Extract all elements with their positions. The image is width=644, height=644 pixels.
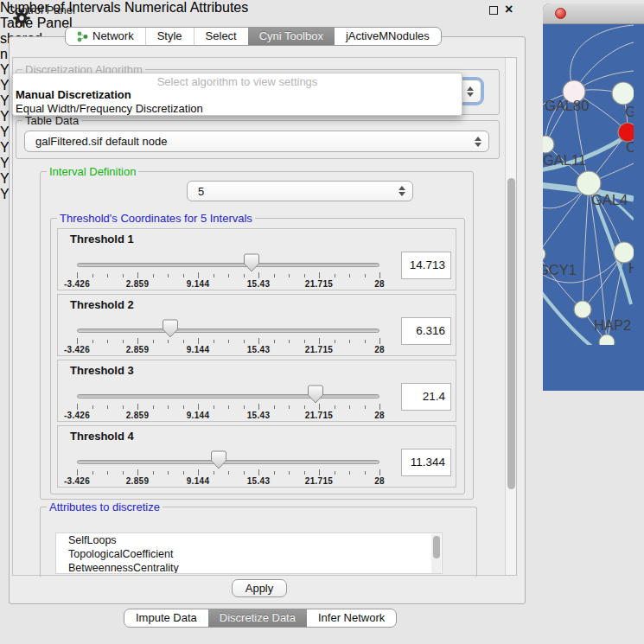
threshold-value-field[interactable]: 14.713 [401,252,451,279]
tick-mark [258,404,259,410]
attributes-group-title: Attributes to discretize [47,501,163,513]
node-hap2[interactable] [574,301,591,318]
slider-scale-label: 2.859 [126,345,150,354]
tick-mark [258,469,259,475]
tick-mark [92,471,93,475]
attribute-list-item[interactable]: TopologicalCoefficient [56,547,442,561]
threshold-value-field[interactable]: 6.316 [401,317,451,345]
tick-mark [244,274,245,277]
tick-mark [92,274,93,277]
tick-mark [168,405,169,409]
tab-label: Style [157,28,182,45]
tick-mark [168,274,169,277]
node-partial-top-right[interactable] [612,82,634,105]
threshold-panel: Threshold 3 -3.4262.8599.14415.4321.7152… [57,360,456,422]
table-data-value: galFiltered.sif default node [35,131,167,151]
tick-mark [153,274,154,277]
tick-mark [365,405,366,409]
tick-mark [123,471,124,475]
tick-mark [289,405,290,409]
algorithm-option-equal-width[interactable]: Equal Width/Frequency Discretization [13,102,462,116]
label-partial-h: H [628,260,634,276]
minimize-traffic-light-icon[interactable] [571,8,582,19]
label-hap2: HAP2 [594,317,631,333]
tick-mark [137,404,138,410]
tab-label: Network [92,28,134,45]
tab-jactivemnodules[interactable]: jActiveMNodules [335,28,441,45]
network-canvas[interactable]: GAL80 GA C GAL11 GAL4 GCY1 H HAP2 [543,3,644,348]
algorithm-option-manual[interactable]: Manual Discretization [13,88,462,102]
threshold-value-field[interactable]: 11.344 [401,449,451,476]
tick-mark [319,404,320,410]
tab-label: Discretize Data [220,609,296,627]
tick-mark [335,405,335,409]
tick-mark [123,340,124,343]
slider-scale-label: 2.859 [126,279,150,289]
float-panel-icon[interactable] [489,6,498,15]
table-data-combobox[interactable]: galFiltered.sif default node [24,131,489,152]
node-partial-bottom[interactable] [599,335,615,345]
label-gal4: GAL4 [591,192,628,207]
threshold-label: Threshold 4 [70,430,134,443]
close-traffic-light-icon[interactable] [555,8,566,19]
settings-scrollbar-thumb[interactable] [507,178,515,489]
tab-discretize-data[interactable]: Discretize Data [208,609,307,627]
control-panel-tabbar: NetworkStyleSelectCyni ToolboxjActiveMNo… [65,27,442,46]
tick-mark [244,405,245,409]
tick-mark [304,471,305,475]
slider-scale-label: 21.715 [305,411,333,420]
list-scrollbar[interactable] [431,534,441,574]
tick-mark [77,469,78,475]
label-partial-ga: GA [625,104,634,119]
slider-scale-label: 9.144 [187,345,210,354]
slider-thumb-icon[interactable] [210,450,227,469]
tab-select[interactable]: Select [194,28,248,45]
threshold-panel: Threshold 1 -3.4262.8599.14415.4321.7152… [57,228,456,290]
tab-cyni-toolbox[interactable]: Cyni Toolbox [248,28,335,45]
threshold-label: Threshold 2 [70,298,134,311]
tick-mark [153,471,154,475]
tick-mark [107,405,108,409]
threshold-slider-track[interactable] [77,263,379,267]
gear-icon[interactable] [12,9,31,28]
table-data-title: Table Data [22,114,81,127]
list-scrollbar-thumb[interactable] [433,536,440,558]
tick-mark [258,338,259,344]
slider-scale-label: 28 [374,476,385,486]
tick-mark [258,272,259,278]
threshold-slider-track[interactable] [77,328,379,333]
tab-impute-data[interactable]: Impute Data [124,609,208,627]
node-gcy1[interactable] [543,246,545,262]
number-of-intervals-combobox[interactable]: 5 [187,181,413,201]
tick-mark [228,405,229,409]
tab-label: Select [206,28,237,45]
tick-mark [289,274,290,277]
slider-scale-label: 21.715 [305,279,333,289]
numerical-attributes-list[interactable]: SelfLoopsTopologicalCoefficientBetweenne… [55,532,443,574]
close-icon[interactable]: × [505,1,513,18]
slider-scale-label: 28 [374,345,385,354]
tick-mark [123,405,124,409]
threshold-slider-track[interactable] [77,394,379,399]
tab-network[interactable]: Network [66,28,145,45]
apply-button[interactable]: Apply [232,579,287,597]
tab-infer-network[interactable]: Infer Network [307,609,396,627]
settings-scrollbar[interactable] [505,58,516,575]
slider-thumb-icon[interactable] [307,385,324,404]
slider-thumb-icon[interactable] [162,319,179,338]
tick-mark [304,340,305,343]
threshold-value-field[interactable]: 21.4 [401,383,451,411]
tab-style[interactable]: Style [145,28,194,45]
attribute-list-item[interactable]: BetweennessCentrality [56,561,442,574]
tick-mark [183,405,184,409]
slider-scale-label: 15.43 [247,411,271,420]
threshold-slider-track[interactable] [77,460,379,464]
tick-mark [77,272,78,278]
attribute-list-item[interactable]: SelfLoops [56,533,442,547]
tick-mark [335,340,335,343]
tick-mark [183,340,184,343]
tick-mark [168,340,169,343]
tick-mark [198,272,199,278]
slider-thumb-icon[interactable] [243,253,260,272]
zoom-traffic-light-icon[interactable] [543,8,554,19]
